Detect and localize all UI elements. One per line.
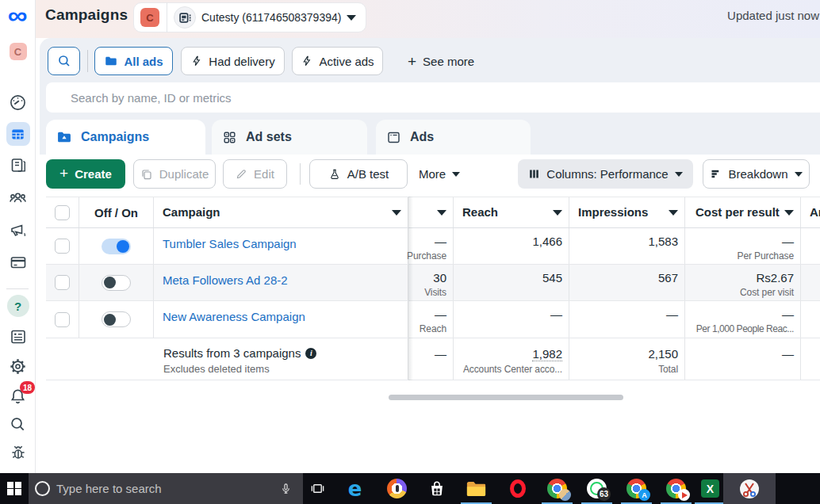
filter-all-ads[interactable]: All ads (94, 47, 173, 75)
chrome-icon (666, 479, 686, 498)
store-bag-icon (428, 480, 446, 498)
flask-icon (328, 168, 341, 181)
plus-icon: + (408, 54, 416, 69)
cortana-icon (35, 481, 50, 496)
account-name: Cutesty (611746508379394) (201, 11, 341, 24)
results-cell: —Purchase (408, 228, 454, 264)
filter-see-more[interactable]: + See more (408, 47, 474, 75)
more-button[interactable]: More (406, 159, 473, 189)
tab-ads[interactable]: Ads (376, 120, 531, 155)
edit-button[interactable]: Edit (223, 159, 287, 189)
row-checkbox[interactable] (46, 301, 79, 338)
meta-logo-icon[interactable]: ∞ (0, 6, 36, 25)
updated-status: Updated just now (727, 9, 819, 22)
row-checkbox[interactable] (46, 228, 79, 264)
column-header-reach[interactable]: Reach (454, 197, 569, 227)
campaigns-nav-selected[interactable] (0, 122, 36, 146)
taskbar-search[interactable]: Type here to search (29, 473, 303, 504)
taskbar-edge[interactable]: e (337, 473, 373, 504)
billing-icon[interactable] (0, 252, 36, 272)
campaign-toggle[interactable] (79, 301, 154, 338)
column-header-impressions[interactable]: Impressions (569, 197, 685, 227)
campaign-link[interactable]: Tumbler Sales Campaign (163, 237, 297, 250)
impressions-cell: — (569, 301, 685, 338)
taskbar-chrome-video[interactable] (658, 473, 694, 504)
report-bug-icon[interactable] (0, 442, 36, 463)
reach-cell: — (454, 301, 569, 338)
sort-caret-icon (669, 210, 678, 216)
tab-ad-sets[interactable]: Ad sets (212, 120, 367, 155)
taskbar-opera[interactable] (500, 473, 535, 504)
campaigns-folder-icon (56, 129, 72, 145)
windows-taskbar: Type here to search e 63 A (0, 473, 820, 504)
help-button[interactable]: ? (0, 295, 36, 317)
summary-amount-cell (801, 338, 820, 380)
sidebar-search-icon[interactable] (0, 414, 36, 434)
campaign-toggle[interactable] (79, 228, 154, 264)
info-icon[interactable]: i (305, 348, 316, 359)
top-header: Campaigns C Cutesty (611746508379394) Up… (36, 0, 820, 38)
audiences-icon[interactable] (0, 188, 36, 208)
search-placeholder: Search by name, ID or metrics (71, 91, 232, 105)
start-button[interactable] (0, 473, 29, 504)
breakdown-icon (710, 168, 722, 180)
lightning-icon (301, 55, 313, 67)
amount-cell (801, 265, 820, 300)
filter-had-delivery[interactable]: Had delivery (181, 47, 285, 75)
column-header-campaign[interactable]: Campaign (154, 197, 408, 227)
whatsapp-badge: 63 (597, 487, 611, 501)
pages-icon (9, 156, 28, 175)
taskbar-file-explorer[interactable] (458, 473, 494, 504)
filter-search-button[interactable] (48, 47, 80, 75)
column-header-results-partial[interactable] (408, 197, 454, 227)
taskbar-chrome-a[interactable]: A (619, 473, 654, 504)
breakdown-button[interactable]: Breakdown (703, 159, 810, 189)
columns-icon (528, 168, 540, 180)
ad-account-icon (174, 6, 196, 29)
select-all-checkbox[interactable] (46, 197, 79, 227)
filter-active-ads[interactable]: Active ads (292, 47, 383, 75)
ad-account-selector[interactable]: C Cutesty (611746508379394) (133, 2, 366, 32)
microphone-icon[interactable] (280, 483, 292, 494)
tab-campaigns[interactable]: Campaigns (46, 120, 205, 155)
task-view-button[interactable] (300, 473, 335, 504)
credit-card-icon (9, 253, 28, 272)
bug-icon (9, 443, 28, 462)
columns-button[interactable]: Columns: Performance (518, 159, 693, 189)
taskbar-store[interactable] (419, 473, 454, 504)
video-badge (678, 489, 690, 501)
chevron-down-icon (347, 15, 356, 21)
table-header-row: Off / On Campaign Reach Impressions Cost… (46, 197, 820, 228)
whats-new-icon[interactable] (0, 326, 36, 346)
toolbar-divider (300, 163, 301, 185)
create-button[interactable]: + Create (46, 159, 125, 189)
sort-caret-icon (392, 210, 401, 216)
lightning-icon (190, 55, 203, 67)
summary-impressions-cell: 2,150Total (569, 338, 685, 380)
taskbar-secure-browser[interactable] (379, 473, 415, 504)
search-icon (9, 415, 27, 433)
search-input[interactable]: Search by name, ID or metrics (46, 82, 820, 113)
excel-icon: X (701, 479, 719, 498)
advertising-icon[interactable] (0, 220, 36, 239)
campaign-link[interactable]: New Awareness Campaign (163, 310, 305, 323)
megaphone-icon (9, 220, 28, 239)
row-checkbox[interactable] (46, 265, 79, 300)
campaign-link[interactable]: Meta Followers Ad 28-2 (163, 273, 288, 287)
amount-cell (801, 228, 820, 264)
horizontal-scrollbar[interactable] (389, 395, 623, 400)
taskbar-chrome-profile[interactable] (539, 473, 575, 504)
ads-reporting-icon[interactable] (0, 155, 36, 175)
campaign-toggle[interactable] (79, 265, 154, 300)
account-chip[interactable]: C (0, 42, 36, 61)
account-overview-icon[interactable] (0, 93, 36, 112)
ab-test-button[interactable]: A/B test (309, 159, 408, 189)
taskbar-whatsapp[interactable]: 63 (579, 473, 615, 504)
notifications-button[interactable]: 18 (0, 386, 36, 407)
column-header-amount-spent[interactable]: Amount spent (801, 197, 820, 227)
settings-icon[interactable] (0, 356, 36, 376)
duplicate-button[interactable]: Duplicate (133, 159, 216, 189)
taskbar-snipping-tool-active[interactable] (723, 473, 776, 504)
duplicate-icon (140, 168, 153, 181)
column-header-cost-per-result[interactable]: Cost per result (685, 197, 801, 227)
